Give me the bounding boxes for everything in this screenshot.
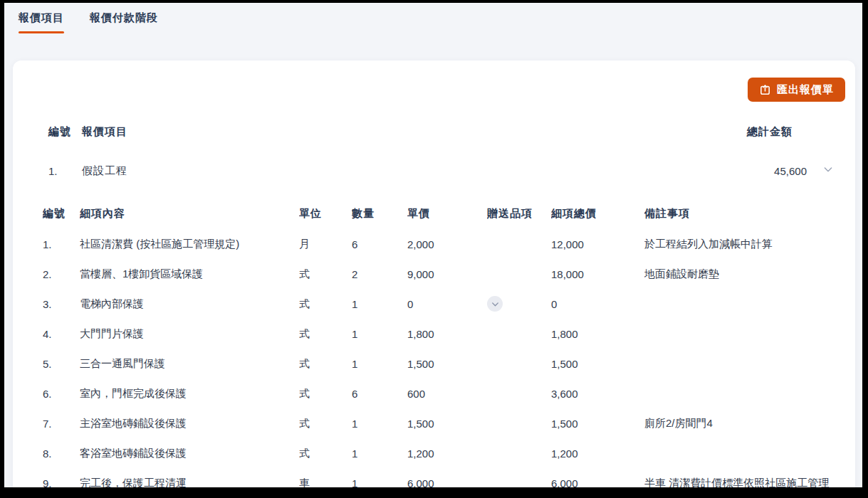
col-header-note: 備註事項 [644,207,855,221]
tab-label: 報價項目 [19,11,64,31]
cell-note: 廁所2/房間門4 [644,417,855,430]
detail-table-body: 1. 社區清潔費 (按社區施工管理規定) 月 6 2,000 12,000 於工… [13,229,855,487]
cell-no: 9. [43,477,80,488]
cell-price: 6,000 [407,477,487,488]
cell-content: 客浴室地磚鋪設後保護 [80,447,299,460]
cell-total: 1,800 [551,328,644,340]
table-row: 5. 三合一通風門保護 式 1 1,500 1,500 [13,349,855,378]
cell-no: 4. [43,328,80,340]
quote-row-no: 1. [48,165,82,177]
export-quote-button[interactable]: 匯出報價單 [748,78,845,102]
cell-unit: 式 [299,357,352,371]
quote-row-total: 45,600 [774,165,807,177]
cell-unit: 月 [299,238,352,251]
table-row: 1. 社區清潔費 (按社區施工管理規定) 月 6 2,000 12,000 於工… [13,229,855,259]
cell-price: 1,500 [407,418,487,430]
detail-table-header: 編號 細項內容 單位 數量 單價 贈送品項 細項總價 備註事項 [13,206,855,221]
cell-unit: 式 [299,327,352,341]
cell-total: 18,000 [551,268,644,280]
cell-qty: 1 [352,418,407,430]
toolbar: 匯出報價單 [13,60,855,102]
quote-row-item: 假設工程 [82,164,774,178]
cell-total: 1,200 [551,447,644,460]
col-header-item: 報價項目 [82,125,747,139]
cell-content: 主浴室地磚鋪設後保護 [80,417,299,430]
col-header-qty: 數量 [352,207,407,221]
cell-gift [487,296,551,312]
chevron-down-circle-icon[interactable] [487,296,503,312]
quote-row[interactable]: 1. 假設工程 45,600 [13,163,855,179]
cell-total: 3,600 [551,388,644,400]
cell-no: 2. [43,268,80,280]
cell-content: 大門門片保護 [80,327,299,341]
cell-unit: 車 [299,477,352,488]
tab-label: 報價付款階段 [90,11,158,31]
cell-content: 三合一通風門保護 [80,357,299,371]
cell-unit: 式 [299,267,352,281]
cell-qty: 6 [352,388,407,400]
cell-price: 9,000 [407,268,487,280]
cell-note: 於工程結列入加減帳中計算 [644,238,855,251]
cell-qty: 2 [352,268,407,280]
cell-content: 室內，門框完成後保護 [80,387,299,401]
col-header-unit: 單位 [299,207,352,221]
table-row: 6. 室內，門框完成後保護 式 6 600 3,600 [13,378,855,408]
cell-no: 7. [43,418,80,430]
table-row: 9. 完工後，保護工程清運 車 1 6,000 6,000 半車 清潔費計價標準… [13,468,855,487]
col-header-total: 細項總價 [551,207,644,221]
cell-no: 3. [43,298,80,310]
cell-qty: 1 [352,298,407,310]
col-header-price: 單價 [407,207,487,221]
tab-payment-stages[interactable]: 報價付款階段 [90,11,158,33]
table-row: 3. 電梯內部保護 式 1 0 0 [13,289,855,319]
cell-qty: 6 [352,238,407,250]
table-row: 7. 主浴室地磚鋪設後保護 式 1 1,500 1,500 廁所2/房間門4 [13,408,855,438]
cell-total: 0 [551,298,644,310]
cell-unit: 式 [299,297,352,311]
table-row: 4. 大門門片保護 式 1 1,800 1,800 [13,319,855,349]
cell-content: 社區清潔費 (按社區施工管理規定) [80,238,299,251]
cell-qty: 1 [352,358,407,370]
quote-card: 匯出報價單 編號 報價項目 總計金額 1. 假設工程 45,600 [13,60,855,487]
cell-total: 1,500 [551,418,644,430]
cell-note: 半車 清潔費計價標準依照社區施工管理 [644,477,855,488]
cell-no: 5. [43,358,80,370]
cell-price: 0 [407,298,487,310]
export-button-label: 匯出報價單 [777,83,834,97]
quote-table-header: 編號 報價項目 總計金額 [13,124,855,139]
cell-price: 2,000 [407,238,487,250]
cell-price: 1,200 [407,447,487,460]
cell-price: 1,800 [407,328,487,340]
cell-qty: 1 [352,477,407,488]
cell-total: 12,000 [551,238,644,250]
chevron-down-icon[interactable] [822,164,834,178]
cell-note: 地面鋪設耐磨墊 [644,267,855,281]
cell-unit: 式 [299,387,352,401]
cell-qty: 1 [352,447,407,460]
col-header-gift: 贈送品項 [487,207,551,221]
table-row: 2. 當樓層、1樓卸貨區域保護 式 2 9,000 18,000 地面鋪設耐磨墊 [13,259,855,289]
tab-bar: 報價項目 報價付款階段 [4,3,862,33]
detail-table: 編號 細項內容 單位 數量 單價 贈送品項 細項總價 備註事項 1. 社區清潔費… [13,206,855,487]
cell-total: 6,000 [551,477,644,488]
cell-total: 1,500 [551,358,644,370]
col-header-no: 編號 [48,125,82,139]
active-tab-underline [19,31,64,33]
cell-no: 8. [43,447,80,460]
cell-price: 1,500 [407,358,487,370]
cell-unit: 式 [299,417,352,430]
cell-unit: 式 [299,447,352,460]
col-header-total: 總計金額 [747,125,855,139]
cell-content: 電梯內部保護 [80,297,299,311]
cell-content: 當樓層、1樓卸貨區域保護 [80,267,299,281]
cell-price: 600 [407,388,487,400]
cell-no: 6. [43,388,80,400]
app-screen: 報價項目 報價付款階段 匯出報價單 編號 [4,3,862,487]
cell-no: 1. [43,238,80,250]
export-icon [759,84,771,96]
cell-content: 完工後，保護工程清運 [80,477,299,488]
tab-quote-items[interactable]: 報價項目 [19,11,64,33]
col-header-content: 細項內容 [80,207,299,221]
col-header-no: 編號 [43,207,80,221]
cell-qty: 1 [352,328,407,340]
